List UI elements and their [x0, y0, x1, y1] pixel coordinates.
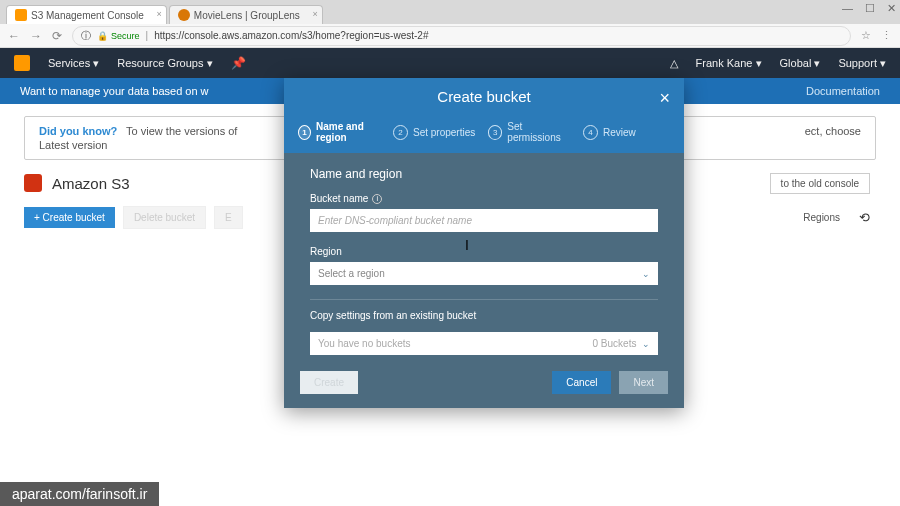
dyk-label: Did you know? [39, 125, 117, 137]
copy-settings-label: Copy settings from an existing bucket [310, 310, 658, 321]
bucket-name-label: Bucket name i [310, 193, 658, 204]
nav-support[interactable]: Support ▾ [838, 57, 886, 70]
nav-services[interactable]: Services ▾ [48, 57, 99, 70]
divider [310, 299, 658, 300]
pin-icon[interactable]: 📌 [231, 56, 246, 70]
browser-tab-s3[interactable]: S3 Management Console × [6, 5, 167, 24]
aws-top-nav: Services ▾ Resource Groups ▾ 📌 △ Frank K… [0, 48, 900, 78]
region-label: Region [310, 246, 658, 257]
close-icon[interactable]: × [157, 9, 162, 19]
url-text: https://console.aws.amazon.com/s3/home?r… [154, 30, 428, 41]
delete-bucket-button: Delete bucket [123, 206, 206, 229]
regions-filter[interactable]: Regions [803, 212, 840, 223]
watermark: aparat.com/farinsoft.ir [0, 482, 159, 506]
tab-title: S3 Management Console [31, 10, 144, 21]
chevron-down-icon: ⌄ [642, 269, 650, 279]
modal-footer: Create Cancel Next [284, 359, 684, 408]
text-cursor-icon: I [465, 237, 469, 253]
step-name-region[interactable]: 1 Name and region [298, 121, 385, 143]
reload-icon[interactable]: ⟳ [52, 29, 62, 43]
close-icon[interactable]: × [313, 9, 318, 19]
s3-service-icon [24, 174, 42, 192]
forward-icon[interactable]: → [30, 29, 42, 43]
chevron-down-icon: ⌄ [642, 339, 650, 349]
url-field[interactable]: ⓘ 🔒 Secure | https://console.aws.amazon.… [72, 26, 851, 46]
star-icon[interactable]: ☆ [861, 29, 871, 42]
nav-region[interactable]: Global ▾ [780, 57, 821, 70]
minimize-icon[interactable]: — [842, 2, 853, 15]
modal-body: Name and region Bucket name i Region Sel… [284, 153, 684, 359]
maximize-icon[interactable]: ☐ [865, 2, 875, 15]
page-title: Amazon S3 [52, 175, 130, 192]
info-icon: ⓘ [81, 29, 91, 43]
empty-bucket-button: E [214, 206, 243, 229]
promo-doc-link[interactable]: Documentation [806, 85, 880, 97]
section-title: Name and region [310, 167, 658, 181]
secure-badge: 🔒 Secure [97, 31, 140, 41]
region-select[interactable]: Select a region ⌄ [310, 262, 658, 285]
tab-title: MovieLens | GroupLens [194, 10, 300, 21]
browser-tab-movielens[interactable]: MovieLens | GroupLens × [169, 5, 323, 24]
aws-logo-icon[interactable] [14, 55, 30, 71]
aws-favicon [15, 9, 27, 21]
next-button[interactable]: Next [619, 371, 668, 394]
dyk-text: To view the versions of [126, 125, 237, 137]
info-icon[interactable]: i [372, 194, 382, 204]
step-permissions[interactable]: 3 Set permissions [488, 121, 575, 143]
refresh-icon[interactable]: ⟲ [859, 210, 870, 225]
wizard-steps: 1 Name and region 2 Set properties 3 Set… [284, 115, 684, 153]
bucket-name-input[interactable] [310, 209, 658, 232]
address-bar: ← → ⟳ ⓘ 🔒 Secure | https://console.aws.a… [0, 24, 900, 48]
nav-resource-groups[interactable]: Resource Groups ▾ [117, 57, 212, 70]
dyk-rest: ect, choose [805, 125, 861, 137]
close-window-icon[interactable]: ✕ [887, 2, 896, 15]
copy-settings-select[interactable]: You have no buckets 0 Buckets ⌄ [310, 332, 658, 355]
modal-header: Create bucket × [284, 78, 684, 115]
create-bucket-button[interactable]: + Create bucket [24, 207, 115, 228]
movielens-favicon [178, 9, 190, 21]
close-icon[interactable]: × [659, 88, 670, 109]
step-properties[interactable]: 2 Set properties [393, 125, 480, 140]
browser-tab-strip: S3 Management Console × MovieLens | Grou… [0, 0, 900, 24]
back-icon[interactable]: ← [8, 29, 20, 43]
cancel-button[interactable]: Cancel [552, 371, 611, 394]
nav-user[interactable]: Frank Kane ▾ [696, 57, 762, 70]
promo-text: Want to manage your data based on w [20, 85, 209, 97]
window-controls: — ☐ ✕ [842, 2, 896, 15]
menu-icon[interactable]: ⋮ [881, 29, 892, 42]
create-button[interactable]: Create [300, 371, 358, 394]
bell-icon[interactable]: △ [670, 57, 678, 70]
step-review[interactable]: 4 Review [583, 125, 670, 140]
create-bucket-modal: Create bucket × 1 Name and region 2 Set … [284, 78, 684, 408]
switch-old-console-button[interactable]: to the old console [770, 173, 870, 194]
modal-title: Create bucket [437, 88, 530, 105]
